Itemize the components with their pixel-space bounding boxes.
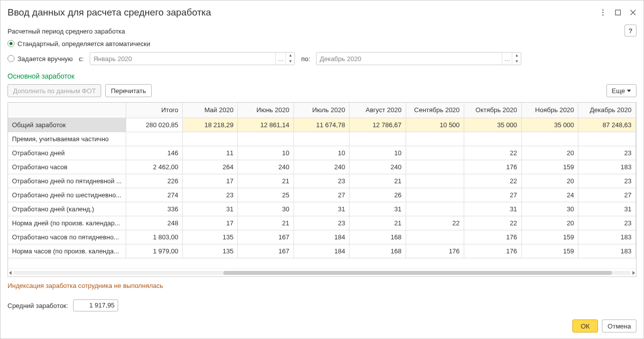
- maximize-icon[interactable]: [614, 9, 621, 16]
- recalc-button[interactable]: Перечитать: [105, 84, 151, 97]
- cell-value[interactable]: [406, 146, 464, 160]
- cell-value[interactable]: [406, 188, 464, 202]
- scroll-right-icon[interactable]: [632, 271, 635, 275]
- scrollbar-thumb[interactable]: [223, 271, 612, 275]
- row-total[interactable]: 146: [126, 146, 183, 160]
- table-row[interactable]: Отработано часов2 462,002642402402401761…: [8, 160, 636, 174]
- row-total[interactable]: [126, 132, 183, 146]
- cell-value[interactable]: [464, 132, 521, 146]
- row-total[interactable]: 248: [126, 216, 183, 230]
- row-total[interactable]: 226: [126, 174, 183, 188]
- row-total[interactable]: 280 020,85: [126, 118, 183, 132]
- cell-value[interactable]: 159: [521, 230, 578, 244]
- cell-value[interactable]: 21: [238, 216, 293, 230]
- cell-value[interactable]: 26: [350, 188, 406, 202]
- cell-value[interactable]: 23: [578, 146, 636, 160]
- cell-value[interactable]: [406, 202, 464, 216]
- cell-value[interactable]: [406, 160, 464, 174]
- table-row[interactable]: Общий заработок280 020,8518 218,2912 861…: [8, 118, 636, 132]
- help-button[interactable]: ?: [624, 25, 636, 37]
- cell-value[interactable]: 21: [238, 174, 293, 188]
- cancel-button[interactable]: Отмена: [602, 319, 636, 332]
- cell-value[interactable]: 25: [238, 188, 293, 202]
- cell-value[interactable]: 17: [183, 216, 238, 230]
- cell-value[interactable]: 176: [406, 244, 464, 258]
- column-header[interactable]: Итого: [126, 103, 183, 118]
- cell-value[interactable]: 30: [238, 202, 293, 216]
- cell-value[interactable]: 23: [183, 188, 238, 202]
- scrollbar-track[interactable]: [14, 271, 630, 275]
- spin-down-icon[interactable]: ▼: [286, 59, 294, 65]
- period-from-input[interactable]: [90, 53, 275, 65]
- ok-button[interactable]: ОК: [572, 319, 598, 332]
- column-header[interactable]: [8, 103, 126, 118]
- cell-value[interactable]: [293, 132, 350, 146]
- cell-value[interactable]: 11 674,78: [293, 118, 350, 132]
- cell-value[interactable]: [183, 132, 238, 146]
- cell-value[interactable]: 31: [464, 202, 521, 216]
- row-total[interactable]: 274: [126, 188, 183, 202]
- cell-value[interactable]: 23: [293, 174, 350, 188]
- table-row[interactable]: Премия, учитываемая частично: [8, 132, 636, 146]
- cell-value[interactable]: 20: [521, 146, 578, 160]
- cell-value[interactable]: [238, 132, 293, 146]
- cell-value[interactable]: 30: [521, 202, 578, 216]
- row-total[interactable]: 1 979,00: [126, 244, 183, 258]
- cell-value[interactable]: 87 248,63: [578, 118, 636, 132]
- table-row[interactable]: Норма часов (по произв. календа...1 979,…: [8, 244, 636, 258]
- cell-value[interactable]: 27: [578, 188, 636, 202]
- column-header[interactable]: Сентябрь 2020: [406, 103, 464, 118]
- cell-value[interactable]: 23: [293, 216, 350, 230]
- row-total[interactable]: 336: [126, 202, 183, 216]
- column-header[interactable]: Октябрь 2020: [464, 103, 521, 118]
- cell-value[interactable]: 17: [183, 174, 238, 188]
- cell-value[interactable]: 23: [578, 174, 636, 188]
- cell-value[interactable]: [406, 132, 464, 146]
- table-row[interactable]: Отработано часов по пятидневно...1 803,0…: [8, 230, 636, 244]
- earnings-table-scroll[interactable]: ИтогоМай 2020Июнь 2020Июль 2020Август 20…: [8, 103, 636, 268]
- period-to-picker[interactable]: ...: [502, 53, 512, 65]
- cell-value[interactable]: 22: [464, 174, 521, 188]
- cell-value[interactable]: 167: [238, 230, 293, 244]
- table-row[interactable]: Отработано дней по шестидневно...2742325…: [8, 188, 636, 202]
- cell-value[interactable]: 168: [350, 230, 406, 244]
- cell-value[interactable]: 12 786,67: [350, 118, 406, 132]
- column-header[interactable]: Июль 2020: [293, 103, 350, 118]
- menu-dots-icon[interactable]: [599, 9, 606, 16]
- cell-value[interactable]: 10: [238, 146, 293, 160]
- period-mode-manual-row[interactable]: Задается вручную с: ... ▲ ▼ по: ... ▲ ▼: [8, 52, 636, 65]
- cell-value[interactable]: [406, 230, 464, 244]
- row-total[interactable]: 1 803,00: [126, 230, 183, 244]
- cell-value[interactable]: 183: [578, 230, 636, 244]
- cell-value[interactable]: 240: [238, 160, 293, 174]
- more-button[interactable]: Еще: [606, 84, 636, 97]
- cell-value[interactable]: 12 861,14: [238, 118, 293, 132]
- cell-value[interactable]: 20: [521, 174, 578, 188]
- cell-value[interactable]: 264: [183, 160, 238, 174]
- cell-value[interactable]: 176: [464, 244, 521, 258]
- column-header[interactable]: Декабрь 2020: [578, 103, 636, 118]
- table-row[interactable]: Отработано дней14611101010222023: [8, 146, 636, 160]
- cell-value[interactable]: 183: [578, 160, 636, 174]
- cell-value[interactable]: 135: [183, 244, 238, 258]
- spin-up-icon[interactable]: ▲: [286, 53, 294, 59]
- cell-value[interactable]: 135: [183, 230, 238, 244]
- cell-value[interactable]: 22: [464, 216, 521, 230]
- average-value[interactable]: 1 917,95: [73, 299, 118, 311]
- cell-value[interactable]: 10: [293, 146, 350, 160]
- cell-value[interactable]: 31: [293, 202, 350, 216]
- cell-value[interactable]: 20: [521, 216, 578, 230]
- table-row[interactable]: Отработано дней (календ.)336313031313130…: [8, 202, 636, 216]
- cell-value[interactable]: 183: [578, 244, 636, 258]
- scroll-left-icon[interactable]: [9, 271, 12, 275]
- cell-value[interactable]: 184: [293, 230, 350, 244]
- table-row[interactable]: Отработано дней по пятидневной ...226172…: [8, 174, 636, 188]
- cell-value[interactable]: 31: [183, 202, 238, 216]
- cell-value[interactable]: 27: [293, 188, 350, 202]
- cell-value[interactable]: 31: [578, 202, 636, 216]
- spin-up-icon[interactable]: ▲: [512, 53, 521, 59]
- cell-value[interactable]: 176: [464, 230, 521, 244]
- cell-value[interactable]: 167: [238, 244, 293, 258]
- spin-down-icon[interactable]: ▼: [512, 59, 521, 65]
- cell-value[interactable]: 23: [578, 216, 636, 230]
